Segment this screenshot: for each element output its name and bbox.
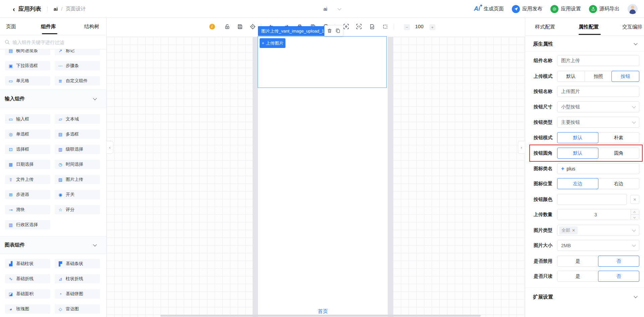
crosshair-icon[interactable] bbox=[249, 22, 257, 31]
component-item-label: 基础柱状 bbox=[16, 261, 34, 267]
duplicate-icon[interactable] bbox=[335, 28, 340, 33]
image-type-select[interactable]: 全部 ✕ bbox=[557, 225, 639, 236]
settings-button[interactable]: 应用设置 bbox=[550, 5, 581, 13]
ai-generate-button[interactable]: Ai 生成页面 bbox=[474, 5, 504, 12]
search-input[interactable] bbox=[12, 40, 102, 45]
component-item[interactable]: ▥行政区选择 bbox=[5, 220, 50, 229]
component-item[interactable]: ◇雷达图 bbox=[55, 304, 100, 314]
file-upload-icon: ⇧ bbox=[8, 177, 13, 182]
component-item[interactable]: ⊸滑块 bbox=[5, 205, 50, 214]
component-name-input[interactable]: 图片上传 bbox=[557, 55, 639, 66]
component-item[interactable]: ▛基础条状 bbox=[55, 259, 100, 268]
collapse-left-handle[interactable]: ‹ bbox=[107, 141, 113, 154]
tab-property-config[interactable]: 属性配置 bbox=[579, 18, 599, 36]
preview-icon[interactable] bbox=[342, 22, 350, 31]
decrement-button[interactable] bbox=[631, 215, 639, 220]
doc-check-icon[interactable] bbox=[368, 22, 376, 31]
component-item[interactable]: ☆评分 bbox=[55, 205, 100, 214]
component-item[interactable]: ▨图片上传 bbox=[55, 175, 100, 184]
tab-pages[interactable]: 页面 bbox=[6, 18, 16, 35]
component-item[interactable]: ◪基础面积 bbox=[5, 289, 50, 299]
info-icon[interactable]: i bbox=[208, 22, 216, 31]
component-item[interactable]: ▤横向进度条 bbox=[5, 49, 50, 55]
section-input-components[interactable]: 输入组件 bbox=[0, 90, 106, 108]
code-view-icon[interactable] bbox=[355, 22, 363, 31]
segment-option-yes[interactable]: 是 bbox=[557, 256, 598, 266]
component-item[interactable]: ⋯步骤条 bbox=[55, 61, 100, 70]
component-item[interactable]: ▱文本域 bbox=[55, 114, 100, 124]
zoom-out-button[interactable]: − bbox=[404, 24, 410, 30]
component-item[interactable]: ≣自定义组件 bbox=[55, 76, 100, 86]
sidebar-tabs: 页面 组件库 结构树 bbox=[0, 18, 106, 35]
export-button[interactable]: 源码导出 bbox=[589, 5, 620, 13]
component-item[interactable]: ◔基础饼图 bbox=[55, 289, 100, 299]
segment-option-right[interactable]: 右边 bbox=[598, 178, 639, 189]
increment-button[interactable] bbox=[631, 209, 639, 215]
input-value: 上传图片 bbox=[561, 89, 580, 95]
native-props-section[interactable]: 原生属性 bbox=[525, 37, 644, 51]
segment-option-plain[interactable]: 朴素 bbox=[598, 133, 639, 143]
segment-option-left[interactable]: 左边 bbox=[557, 178, 598, 189]
segment-option-default[interactable]: 默认 bbox=[557, 148, 598, 159]
segment-option-no[interactable]: 否 bbox=[598, 271, 640, 282]
unlock-icon[interactable] bbox=[223, 22, 231, 31]
button-name-input[interactable]: 上传图片 bbox=[557, 86, 639, 97]
frame-icon[interactable] bbox=[381, 22, 389, 31]
remove-tag-icon[interactable]: ✕ bbox=[572, 228, 575, 233]
segment-option-default[interactable]: 默认 bbox=[557, 132, 598, 143]
component-item[interactable]: ⊞步进器 bbox=[5, 190, 50, 199]
save-icon[interactable] bbox=[236, 22, 244, 31]
tab-structure-tree[interactable]: 结构树 bbox=[84, 18, 99, 35]
clear-color-button[interactable]: ✕ bbox=[630, 195, 639, 204]
back-icon[interactable]: ‹ bbox=[13, 6, 15, 12]
field-label: 图片大小 bbox=[534, 243, 554, 249]
button-type-select[interactable]: 主要按钮 bbox=[557, 117, 639, 128]
bottom-page-tab[interactable]: 首页 bbox=[258, 308, 388, 315]
horizontal-scrollbar[interactable] bbox=[160, 315, 481, 317]
component-item[interactable]: ⊿柱状折线 bbox=[55, 274, 100, 283]
collapse-right-handle[interactable]: › bbox=[518, 141, 525, 154]
component-item[interactable]: ▣下拉筛选框 bbox=[5, 61, 50, 70]
component-item[interactable]: ◷时间选择 bbox=[55, 160, 100, 169]
upload-count-stepper[interactable]: 3 bbox=[557, 209, 639, 220]
header-actions: Ai 生成页面 应用发布 应用设置 源码导出 bbox=[474, 0, 638, 18]
component-item[interactable]: ◕玫瑰图 bbox=[5, 304, 50, 314]
component-item[interactable]: ⇧文件上传 bbox=[5, 175, 50, 184]
breadcrumb-app[interactable]: ai bbox=[54, 6, 58, 12]
component-item[interactable]: ⊡选择框 bbox=[5, 145, 50, 154]
component-item[interactable]: ◎单选框 bbox=[5, 129, 50, 139]
field-label: 按钮名称 bbox=[534, 89, 554, 95]
icon-class-input[interactable]: + plus bbox=[557, 163, 639, 174]
publish-button[interactable]: 应用发布 bbox=[512, 5, 542, 13]
component-item[interactable]: ▤多选框 bbox=[55, 129, 100, 139]
component-item[interactable]: ▭单元格 bbox=[5, 76, 50, 86]
back-button[interactable]: 应用列表 bbox=[18, 5, 41, 13]
component-item[interactable]: ◉开关 bbox=[55, 190, 100, 199]
segment-option-button[interactable]: 按钮 bbox=[611, 71, 639, 82]
extend-settings-section[interactable]: 扩展设置 bbox=[525, 290, 644, 304]
component-item[interactable]: ▥级联选择 bbox=[55, 145, 100, 154]
component-item[interactable]: ∿基础折线 bbox=[5, 274, 50, 283]
component-item[interactable]: ▭输入框 bbox=[5, 114, 50, 124]
tab-interaction-config[interactable]: 交互编排 bbox=[622, 18, 642, 36]
segment-option-default[interactable]: 默认 bbox=[557, 71, 585, 82]
page-selector[interactable]: ai bbox=[312, 0, 352, 18]
avatar[interactable] bbox=[628, 4, 638, 14]
component-item-label: 评分 bbox=[66, 207, 74, 213]
zoom-in-button[interactable]: + bbox=[429, 24, 435, 30]
segment-option-camera[interactable]: 拍照 bbox=[585, 71, 612, 82]
segment-option-round[interactable]: 圆角 bbox=[598, 148, 639, 158]
tab-style-config[interactable]: 样式配置 bbox=[535, 18, 555, 36]
component-item[interactable]: ▟基础柱状 bbox=[5, 259, 50, 268]
section-chart-components[interactable]: 图表组件 bbox=[0, 236, 106, 254]
image-size-select[interactable]: 2MB bbox=[557, 240, 639, 251]
component-item[interactable]: ▦日期选择 bbox=[5, 160, 50, 169]
tab-component-library[interactable]: 组件库 bbox=[41, 18, 56, 35]
segment-option-yes[interactable]: 是 bbox=[557, 271, 598, 281]
segment-option-no[interactable]: 否 bbox=[598, 256, 640, 267]
button-size-select[interactable]: 小型按钮 bbox=[557, 101, 639, 112]
trash-icon[interactable] bbox=[327, 28, 332, 33]
button-color-input[interactable] bbox=[557, 194, 627, 205]
component-item[interactable]: ↗标记 bbox=[55, 49, 100, 55]
canvas-upload-image-button[interactable]: + 上传图片 bbox=[260, 38, 285, 48]
